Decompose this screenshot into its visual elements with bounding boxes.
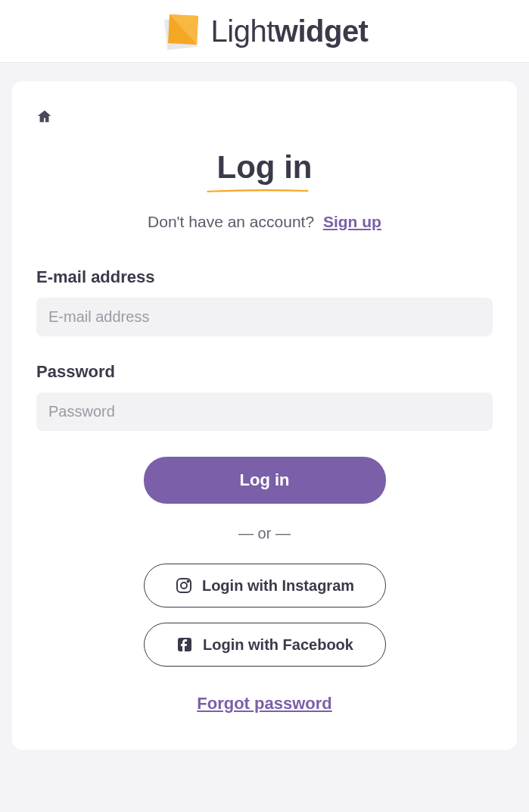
password-label: Password (36, 362, 493, 382)
forgot-password-link[interactable]: Forgot password (197, 694, 331, 713)
login-card: Log in Don't have an account? Sign up E-… (12, 81, 517, 750)
email-field[interactable] (36, 298, 493, 336)
signup-prompt: Don't have an account? (148, 213, 314, 230)
logo-text: Lightwidget (211, 14, 369, 48)
password-field-group: Password (36, 362, 493, 431)
email-field-group: E-mail address (36, 267, 493, 336)
home-icon[interactable] (36, 108, 53, 125)
signup-row: Don't have an account? Sign up (36, 213, 493, 231)
login-instagram-button[interactable]: Login with Instagram (144, 564, 386, 607)
login-facebook-label: Login with Facebook (203, 636, 353, 654)
forgot-wrap: Forgot password (36, 694, 493, 714)
logo[interactable]: Lightwidget (161, 11, 369, 52)
content-area: Log in Don't have an account? Sign up E-… (0, 63, 529, 768)
breadcrumb (36, 108, 493, 128)
svg-point-5 (187, 581, 188, 582)
title-wrap: Log in (36, 149, 493, 189)
divider: — or — (36, 525, 493, 542)
password-field[interactable] (36, 392, 493, 431)
login-instagram-label: Login with Instagram (202, 577, 354, 595)
page-title: Log in (217, 149, 313, 189)
instagram-icon (175, 576, 193, 595)
signup-link[interactable]: Sign up (323, 213, 381, 230)
svg-point-4 (181, 582, 187, 589)
title-underline (207, 189, 309, 193)
email-label: E-mail address (36, 267, 493, 287)
header: Lightwidget (0, 0, 529, 63)
page-title-text: Log in (217, 149, 313, 185)
login-facebook-button[interactable]: Login with Facebook (144, 623, 386, 667)
facebook-icon (176, 636, 194, 654)
logo-light-text: Light (211, 14, 275, 48)
login-button[interactable]: Log in (144, 457, 386, 504)
logo-icon (161, 11, 202, 52)
logo-widget-text: widget (275, 14, 369, 48)
